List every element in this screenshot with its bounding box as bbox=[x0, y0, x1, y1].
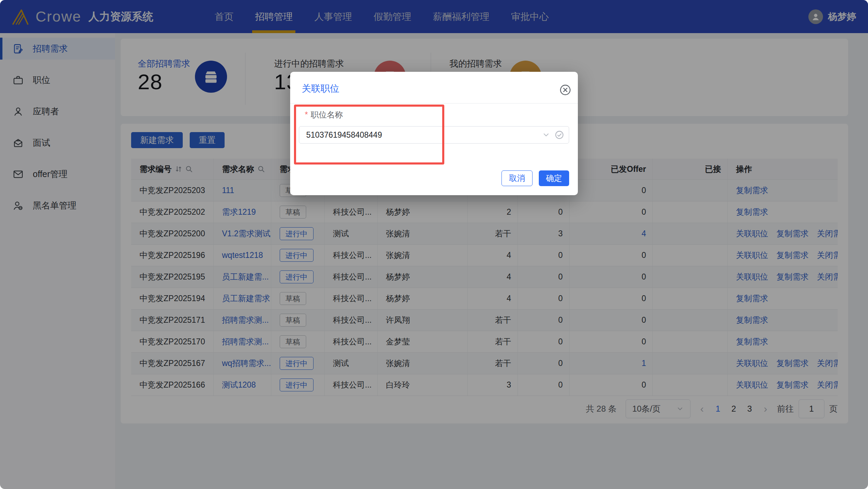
associate-position-modal: 关联职位 *职位名称 取消 确定 bbox=[290, 72, 578, 195]
close-icon[interactable] bbox=[559, 84, 572, 96]
position-name-label: *职位名称 bbox=[305, 109, 343, 120]
required-asterisk: * bbox=[305, 110, 308, 119]
modal-title: 关联职位 bbox=[302, 82, 339, 95]
cancel-button[interactable]: 取消 bbox=[501, 170, 533, 186]
app-window: Crowe 人力资源系统 首页招聘管理人事管理假勤管理薪酬福利管理审批中心 杨梦… bbox=[0, 0, 868, 489]
position-name-field bbox=[299, 126, 569, 144]
modal-divider bbox=[290, 103, 578, 104]
chevron-down-icon[interactable] bbox=[542, 131, 550, 139]
position-name-input[interactable] bbox=[299, 126, 569, 144]
check-circle-icon bbox=[554, 130, 564, 140]
input-icons bbox=[542, 126, 564, 144]
confirm-button[interactable]: 确定 bbox=[539, 170, 569, 186]
